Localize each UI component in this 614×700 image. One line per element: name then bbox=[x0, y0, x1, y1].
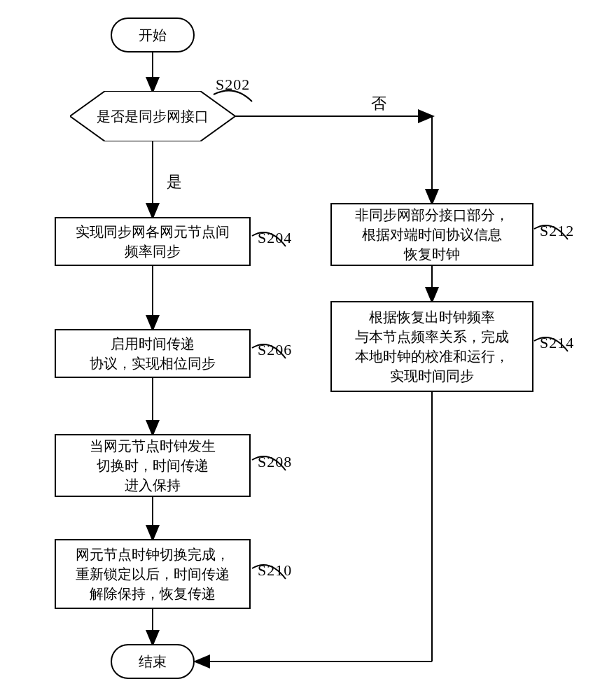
end-label: 结束 bbox=[139, 652, 167, 671]
step-label-s210: S210 bbox=[258, 561, 292, 580]
step-label-s212: S212 bbox=[540, 222, 574, 240]
process-s214-text: 根据恢复出时钟频率 与本节点频率关系，完成 本地时钟的校准和运行， 实现时间同步 bbox=[355, 307, 509, 386]
decision-text-container: 是否是同步网接口 bbox=[70, 91, 235, 141]
process-s210-text: 网元节点时钟切换完成， 重新锁定以后，时间传递 解除保持，恢复传递 bbox=[76, 545, 230, 603]
process-s206-text: 启用时间传递 协议，实现相位同步 bbox=[90, 334, 216, 373]
step-label-s202: S202 bbox=[216, 76, 250, 94]
step-label-s208: S208 bbox=[258, 453, 292, 471]
edge-label-no: 否 bbox=[371, 93, 386, 114]
step-label-s204: S204 bbox=[258, 229, 292, 247]
process-s206: 启用时间传递 协议，实现相位同步 bbox=[55, 329, 251, 378]
end-terminator: 结束 bbox=[111, 644, 195, 679]
process-s208: 当网元节点时钟发生 切换时，时间传递 进入保持 bbox=[55, 434, 251, 497]
step-label-s206: S206 bbox=[258, 341, 292, 359]
process-s210: 网元节点时钟切换完成， 重新锁定以后，时间传递 解除保持，恢复传递 bbox=[55, 539, 251, 609]
process-s214: 根据恢复出时钟频率 与本节点频率关系，完成 本地时钟的校准和运行， 实现时间同步 bbox=[330, 301, 533, 392]
step-label-s214: S214 bbox=[540, 334, 574, 352]
process-s204-text: 实现同步网各网元节点间 频率同步 bbox=[76, 222, 230, 261]
process-s204: 实现同步网各网元节点间 频率同步 bbox=[55, 217, 251, 266]
process-s212-text: 非同步网部分接口部分， 根据对端时间协议信息 恢复时钟 bbox=[355, 205, 509, 264]
start-terminator: 开始 bbox=[111, 18, 195, 52]
start-label: 开始 bbox=[139, 25, 167, 45]
process-s212: 非同步网部分接口部分， 根据对端时间协议信息 恢复时钟 bbox=[330, 203, 533, 266]
edge-label-yes: 是 bbox=[167, 172, 182, 192]
process-s208-text: 当网元节点时钟发生 切换时，时间传递 进入保持 bbox=[90, 436, 216, 495]
decision-text: 是否是同步网接口 bbox=[97, 107, 209, 126]
